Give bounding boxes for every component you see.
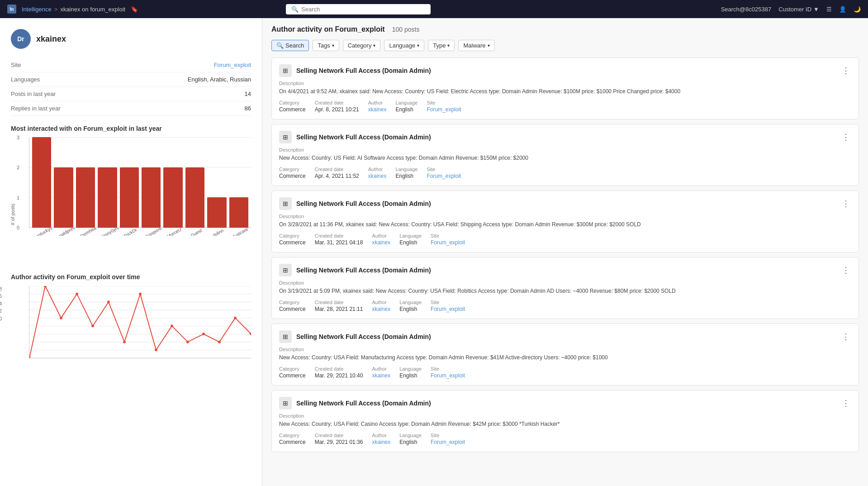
filter-btn-type[interactable]: Type▾ — [428, 40, 455, 51]
svg-point-14 — [91, 324, 94, 327]
author-link[interactable]: xkainex — [368, 106, 387, 113]
meta-value: English, Arabic, Russian — [116, 72, 251, 87]
meta-label: Replies in last year — [11, 101, 116, 116]
author-link[interactable]: xkainex — [372, 239, 390, 246]
line-chart-area — [29, 286, 251, 358]
svg-point-10 — [29, 357, 31, 358]
right-panel-header: Author activity on Forum_exploit 100 pos… — [271, 25, 859, 33]
meta-category: Category Commerce — [279, 366, 306, 379]
meta-category: Category Commerce — [279, 100, 306, 113]
search-input[interactable] — [301, 6, 425, 13]
svg-point-19 — [171, 324, 173, 327]
filter-btn-language[interactable]: Language▾ — [384, 40, 424, 51]
bar — [32, 137, 51, 228]
post-description-label: Description — [279, 81, 851, 86]
chevron-down-icon: ▼ — [813, 6, 819, 13]
svg-point-13 — [76, 293, 78, 295]
filter-bar: 🔍SearchTags▾Category▾Language▾Type▾Malwa… — [271, 40, 859, 51]
meta-value: 86 — [116, 101, 251, 116]
meta-category: Category Commerce — [279, 233, 306, 246]
author-name: xkainex — [36, 34, 66, 44]
meta-author: Author xkainex — [368, 167, 387, 179]
bar — [163, 167, 182, 228]
post-menu-button[interactable]: ⋮ — [840, 265, 851, 276]
post-description: New Access: Country: US Field: AI Softwa… — [279, 154, 851, 162]
top-navigation: In Intelligence > xkainex on forum_explo… — [0, 0, 868, 18]
post-meta: Category Commerce Created date Mar. 29, … — [279, 433, 851, 445]
bar-label: dolinn — [209, 228, 228, 236]
bar — [98, 167, 117, 228]
svg-point-16 — [123, 341, 126, 343]
meta-created: Created date Mar. 28, 2021 21:11 — [315, 300, 363, 312]
post-menu-button[interactable]: ⋮ — [840, 132, 851, 143]
left-panel: Dr xkainex SiteForum_exploitLanguagesEng… — [0, 18, 262, 486]
bar-label: Mosspore — [142, 228, 161, 236]
filter-btn-category[interactable]: Category▾ — [343, 40, 381, 51]
filter-label: Language — [389, 42, 415, 49]
post-icon: ⊞ — [279, 397, 292, 410]
post-card: ⊞ Selling Network Full Access (Domain Ad… — [271, 57, 859, 119]
post-description-label: Description — [279, 147, 851, 152]
filter-label: Category — [348, 42, 372, 49]
svg-point-18 — [155, 348, 157, 351]
meta-author: Author xkainex — [372, 366, 390, 379]
meta-site: Site Forum_exploit — [431, 300, 465, 312]
post-meta: Category Commerce Created date Mar. 31, … — [279, 233, 851, 246]
meta-created: Created date Mar. 31, 2021 04:18 — [315, 233, 363, 246]
avatar: Dr — [11, 29, 31, 49]
site-link[interactable]: Forum_exploit — [431, 372, 465, 379]
meta-site: Site Forum_exploit — [431, 233, 465, 246]
svg-point-12 — [60, 317, 62, 319]
bar — [229, 197, 248, 228]
bar-chart-y-label: # of posts — [10, 204, 15, 225]
author-meta: SiteForum_exploitLanguagesEnglish, Arabi… — [11, 58, 251, 116]
filter-btn-search[interactable]: 🔍Search — [271, 40, 309, 51]
nav-user-id: Search@8c025387 — [721, 6, 772, 13]
author-link[interactable]: xkainex — [368, 173, 387, 179]
site-link[interactable]: Forum_exploit — [431, 306, 465, 312]
author-link[interactable]: xkainex — [372, 306, 390, 312]
filter-label: Tags — [318, 42, 330, 49]
site-link[interactable]: Forum_exploit — [427, 173, 461, 179]
bar — [120, 167, 139, 228]
meta-author: Author xkainex — [372, 433, 390, 445]
site-link[interactable]: Forum_exploit — [431, 239, 465, 246]
breadcrumb-intelligence[interactable]: Intelligence — [22, 6, 52, 13]
site-link[interactable]: Forum_exploit — [431, 439, 465, 445]
bookmark-icon[interactable]: 🔖 — [131, 6, 138, 13]
post-menu-button[interactable]: ⋮ — [840, 65, 851, 76]
breadcrumb-separator: > — [54, 6, 58, 13]
meta-value: 14 — [116, 87, 251, 101]
top-search-bar[interactable]: 🔍 — [286, 4, 431, 14]
author-link[interactable]: xkainex — [372, 439, 390, 445]
post-meta: Category Commerce Created date Apr. 4, 2… — [279, 167, 851, 179]
post-description: New Access: Country: USA Field: Casino A… — [279, 420, 851, 428]
meta-site: Site Forum_exploit — [427, 100, 461, 113]
filter-btn-tags[interactable]: Tags▾ — [313, 40, 339, 51]
filter-label: Malware — [463, 42, 485, 49]
author-header: Dr xkainex — [11, 29, 251, 49]
nav-customer-id[interactable]: Customer ID ▼ — [778, 6, 819, 13]
post-description-label: Description — [279, 214, 851, 219]
messages-icon[interactable]: ☰ — [826, 6, 832, 13]
search-icon: 🔍 — [291, 6, 299, 13]
post-description: On 3/19/2021 at 5:09 PM, xkainex said: N… — [279, 287, 851, 295]
nav-right-section: Search@8c025387 Customer ID ▼ ☰ 👤 🌙 — [721, 6, 861, 13]
bar-label: TrickDr — [121, 228, 140, 236]
post-title: Selling Network Full Access (Domain Admi… — [296, 333, 836, 340]
bar — [76, 167, 95, 228]
post-title: Selling Network Full Access (Domain Admi… — [296, 67, 836, 74]
site-link[interactable]: Forum_exploit — [427, 106, 461, 113]
chevron-down-icon: ▾ — [417, 43, 419, 48]
app-logo[interactable]: In — [7, 5, 16, 14]
post-menu-button[interactable]: ⋮ — [840, 198, 851, 209]
post-menu-button[interactable]: ⋮ — [840, 398, 851, 409]
bar-chart-title: Most interacted with on Forum_exploit in… — [11, 125, 251, 132]
filter-btn-malware[interactable]: Malware▾ — [458, 40, 494, 51]
user-icon[interactable]: 👤 — [839, 6, 846, 13]
author-link[interactable]: xkainex — [372, 372, 390, 379]
post-menu-button[interactable]: ⋮ — [840, 331, 851, 342]
chevron-down-icon: ▾ — [488, 43, 490, 48]
meta-author: Author xkainex — [372, 233, 390, 246]
theme-toggle-icon[interactable]: 🌙 — [854, 6, 861, 13]
